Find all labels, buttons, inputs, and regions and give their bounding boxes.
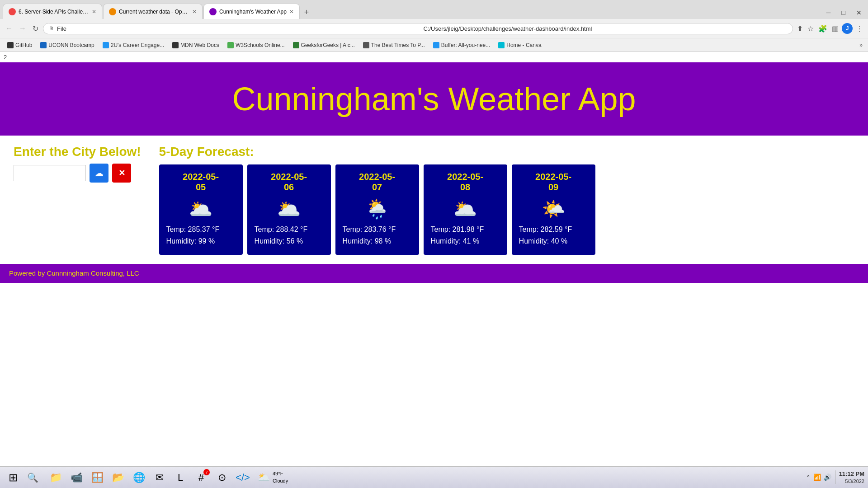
- card-2-temp: Temp: 288.42 °F: [255, 225, 308, 234]
- app-footer: Powered by Cunnningham Consulting, LLC: [0, 264, 868, 283]
- card-2-humidity: Humidity: 56 %: [255, 237, 303, 245]
- share-icon[interactable]: ⬆: [796, 23, 804, 34]
- bookmark-besttimes-label: The Best Times To P...: [371, 42, 425, 48]
- 2u-favicon: [103, 42, 109, 48]
- forecast-card-5: 2022-05- 09 🌤️ Temp: 282.59 °F Humidity:…: [512, 164, 595, 255]
- new-tab-button[interactable]: +: [301, 6, 313, 19]
- search-button[interactable]: ☁: [90, 164, 108, 183]
- tab-2-favicon: [109, 8, 116, 15]
- menu-icon[interactable]: ⋮: [854, 23, 864, 34]
- card-3-date: 2022-05- 07: [343, 172, 412, 192]
- buffer-favicon: [433, 42, 439, 48]
- forecast-card-1: 2022-05- 05 🌥️ Temp: 285.37 °F Humidity:…: [159, 164, 243, 255]
- bookmarks-more[interactable]: »: [858, 41, 864, 49]
- search-section: Enter the City Below! ☁ ✕: [14, 145, 141, 183]
- cloud-search-icon: ☁: [94, 168, 104, 178]
- card-1-icon: 🌥️: [166, 198, 236, 220]
- card-5-temp: Temp: 282.59 °F: [519, 225, 572, 234]
- tab-2-label: Current weather data - OpenWe...: [119, 9, 189, 15]
- toolbar-icons: ⬆ ☆ 🧩 ▥ J ⋮: [796, 23, 864, 34]
- besttimes-favicon: [363, 42, 369, 48]
- bookmark-uconn[interactable]: UCONN Bootcamp: [37, 41, 98, 49]
- forward-button[interactable]: →: [17, 23, 28, 33]
- forecast-card-2: 2022-05- 06 🌥️ Temp: 288.42 °F Humidity:…: [247, 164, 331, 255]
- bookmark-canva[interactable]: Home - Canva: [495, 41, 545, 49]
- city-search-input[interactable]: [14, 165, 86, 181]
- search-label: Enter the City Below!: [14, 145, 141, 159]
- card-4-humidity: Humidity: 41 %: [431, 237, 480, 245]
- bookmark-besttimes[interactable]: The Best Times To P...: [359, 41, 429, 49]
- github-favicon: [7, 42, 14, 48]
- address-bar-row: ← → ↻ 🗎 File C:/Users/jleig/Desktop/chal…: [0, 19, 868, 38]
- card-3-humidity: Humidity: 98 %: [343, 237, 392, 245]
- forecast-cards: 2022-05- 05 🌥️ Temp: 285.37 °F Humidity:…: [159, 164, 595, 255]
- sidebar-icon[interactable]: ▥: [830, 23, 840, 34]
- close-button[interactable]: ✕: [853, 8, 865, 17]
- forecast-card-4: 2022-05- 08 🌥️ Temp: 281.98 °F Humidity:…: [424, 164, 507, 255]
- tab-2[interactable]: Current weather data - OpenWe... ✕: [103, 4, 203, 19]
- profile-avatar[interactable]: J: [842, 23, 853, 34]
- bookmark-geeksforgeeks[interactable]: GeeksforGeeks | A c...: [289, 41, 359, 49]
- geeksforgeeks-favicon: [293, 42, 299, 48]
- bookmark-buffer[interactable]: Buffer: All-you-nee...: [429, 41, 494, 49]
- clear-button[interactable]: ✕: [112, 164, 131, 183]
- app-body: Enter the City Below! ☁ ✕ 5-Day Forecast…: [0, 136, 868, 255]
- card-1-date: 2022-05- 05: [166, 172, 236, 192]
- tab-1[interactable]: 6. Server-Side APIs Challenge: W... ✕: [3, 4, 102, 19]
- bookmarks-bar: GitHub UCONN Bootcamp 2U's Career Engage…: [0, 38, 868, 52]
- footer-text: Powered by Cunnningham Consulting, LLC: [9, 269, 139, 277]
- forecast-card-3: 2022-05- 07 🌦️ Temp: 283.76 °F Humidity:…: [335, 164, 419, 255]
- back-button[interactable]: ←: [4, 23, 14, 33]
- bookmark-w3schools[interactable]: W3Schools Online...: [224, 41, 288, 49]
- forecast-section: 5-Day Forecast: 2022-05- 05 🌥️ Temp: 285…: [159, 145, 595, 255]
- card-2-icon: 🌥️: [255, 198, 324, 220]
- tab-2-close[interactable]: ✕: [192, 9, 197, 15]
- bookmark-2u[interactable]: 2U's Career Engage...: [99, 41, 168, 49]
- tab-3-close[interactable]: ✕: [289, 9, 294, 15]
- card-1-temp: Temp: 285.37 °F: [166, 225, 220, 234]
- bookmark-github-label: GitHub: [15, 42, 32, 48]
- w3schools-favicon: [227, 42, 234, 48]
- card-1-humidity: Humidity: 99 %: [166, 237, 215, 245]
- canva-favicon: [498, 42, 505, 48]
- bookmark-github[interactable]: GitHub: [4, 41, 36, 49]
- address-bar[interactable]: 🗎 File C:/Users/jleig/Desktop/challenges…: [43, 23, 793, 34]
- tab-3-favicon: [209, 8, 217, 15]
- card-3-temp: Temp: 283.76 °F: [343, 225, 396, 234]
- window-controls: ─ □ ✕: [823, 8, 865, 19]
- search-row: ☁ ✕: [14, 164, 141, 183]
- app-header: Cunningham's Weather App: [0, 62, 868, 136]
- reload-button[interactable]: ↻: [31, 23, 40, 34]
- card-2-date: 2022-05- 06: [255, 172, 324, 192]
- bookmark-2u-label: 2U's Career Engage...: [111, 42, 164, 48]
- tab-1-label: 6. Server-Side APIs Challenge: W...: [19, 9, 89, 15]
- card-4-temp: Temp: 281.98 °F: [431, 225, 484, 234]
- card-5-date: 2022-05- 09: [519, 172, 588, 192]
- tab-1-close[interactable]: ✕: [92, 9, 96, 15]
- address-file-icon: 🗎: [49, 25, 54, 32]
- bookmark-geeksforgeeks-label: GeeksforGeeks | A c...: [301, 42, 355, 48]
- forecast-label: 5-Day Forecast:: [159, 145, 595, 159]
- mdn-favicon: [172, 42, 179, 48]
- card-4-date: 2022-05- 08: [431, 172, 500, 192]
- card-5-icon: 🌤️: [519, 198, 588, 220]
- address-file-label: File: [57, 25, 421, 32]
- tab-counter: 2: [0, 52, 868, 62]
- bookmark-uconn-label: UCONN Bootcamp: [48, 42, 94, 48]
- bookmark-icon[interactable]: ☆: [806, 23, 815, 34]
- bookmark-mdn[interactable]: MDN Web Docs: [169, 41, 223, 49]
- card-5-humidity: Humidity: 40 %: [519, 237, 568, 245]
- minimize-button[interactable]: ─: [823, 8, 835, 17]
- bookmark-canva-label: Home - Canva: [506, 42, 541, 48]
- clear-icon: ✕: [118, 168, 125, 178]
- app-title: Cunningham's Weather App: [9, 80, 859, 117]
- bookmark-mdn-label: MDN Web Docs: [180, 42, 219, 48]
- extensions-icon[interactable]: 🧩: [817, 23, 829, 34]
- tab-bar: 6. Server-Side APIs Challenge: W... ✕ Cu…: [0, 0, 868, 19]
- tab-3[interactable]: Cunningham's Weather App ✕: [203, 4, 300, 19]
- address-url: C:/Users/jleig/Desktop/challenges/weathe…: [424, 25, 788, 32]
- bookmark-buffer-label: Buffer: All-you-nee...: [441, 42, 491, 48]
- card-3-icon: 🌦️: [343, 198, 412, 220]
- maximize-button[interactable]: □: [838, 8, 849, 17]
- uconn-favicon: [40, 42, 47, 48]
